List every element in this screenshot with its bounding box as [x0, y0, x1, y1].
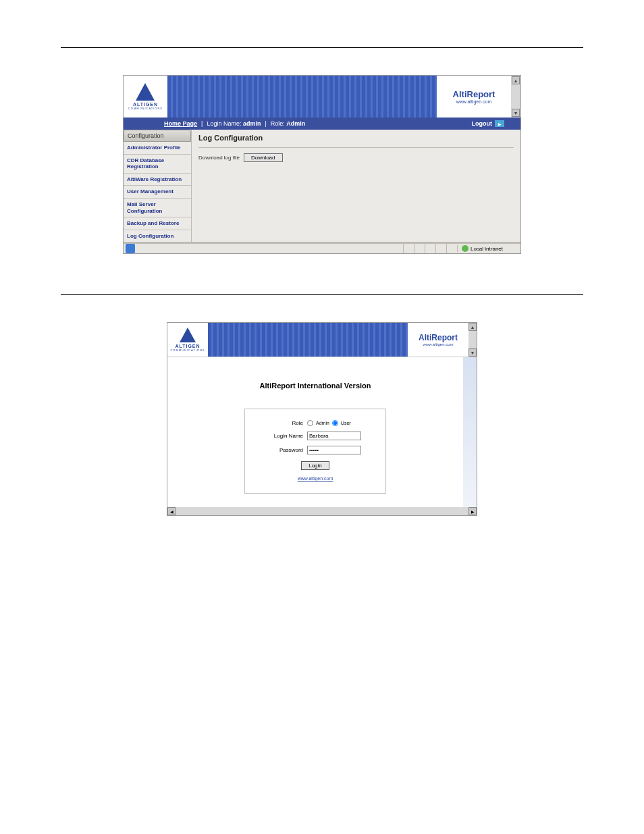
vertical-scrollbar[interactable]: ▲ ▼ [468, 323, 477, 357]
divider [61, 294, 583, 295]
logo-triangle-icon [180, 328, 196, 342]
logo-text: ALTIGEN [133, 102, 158, 107]
sidebar-tab[interactable]: Configuration [124, 130, 191, 142]
app-title: AltiReport [453, 89, 495, 99]
app-banner: ALTIGEN COMMUNICATIONS AltiReport www.al… [124, 76, 520, 118]
scroll-up-icon[interactable]: ▲ [512, 76, 520, 84]
figure-log-configuration: ALTIGEN COMMUNICATIONS AltiReport www.al… [61, 75, 583, 254]
figure-user-login: ALTIGEN COMMUNICATIONS AltiReport www.al… [61, 322, 583, 516]
sidebar-item-cdr-db[interactable]: CDR Database Registration [124, 155, 191, 174]
app-title-url: www.altigen.com [423, 342, 453, 346]
login-name-label: Login Name: [207, 120, 241, 127]
download-button[interactable]: Download [244, 153, 283, 162]
download-label: Download log file [198, 155, 240, 161]
banner-pattern [208, 323, 408, 357]
app-title-block: AltiReport www.altigen.com [408, 323, 468, 357]
password-input[interactable] [307, 446, 361, 454]
main-panel: Log Configuration Download log file Down… [191, 130, 520, 242]
role-field-label: Role [256, 420, 303, 426]
logout-go-icon[interactable]: ▶ [495, 120, 504, 127]
app-title-block: AltiReport www.altigen.com [437, 76, 511, 118]
role-admin-label: Admin [316, 421, 329, 425]
login-form: Role Admin User Login Name Password [244, 409, 386, 494]
logo-subtext: COMMUNICATIONS [128, 107, 163, 110]
screenshot-user-login: ALTIGEN COMMUNICATIONS AltiReport www.al… [167, 322, 477, 516]
sidebar-item-altiware-reg[interactable]: AltiWare Registration [124, 174, 191, 186]
altigen-logo: ALTIGEN COMMUNICATIONS [167, 323, 208, 357]
role-label: Role: [271, 120, 285, 127]
role-user-label: User [341, 421, 351, 425]
scroll-down-icon[interactable]: ▼ [512, 109, 520, 117]
sidebar-item-admin-profile[interactable]: Administrator Profile [124, 142, 191, 155]
app-title: AltiReport [419, 333, 458, 342]
login-name-input[interactable] [307, 432, 361, 440]
banner-pattern [167, 76, 437, 118]
divider [61, 47, 583, 48]
login-content: AltiReport International Version Role Ad… [167, 357, 463, 507]
app-banner: ALTIGEN COMMUNICATIONS AltiReport www.al… [167, 323, 477, 357]
status-bar: Local intranet [124, 242, 520, 253]
sidebar-item-log-config[interactable]: Log Configuration [124, 230, 191, 243]
role-admin-radio[interactable] [307, 420, 313, 426]
navbar: Home Page | Login Name: admin | Role: Ad… [124, 118, 520, 130]
logo-subtext: COMMUNICATIONS [170, 348, 205, 352]
altigen-logo: ALTIGEN COMMUNICATIONS [124, 76, 167, 118]
sidebar-item-mail-server[interactable]: Mail Server Configuration [124, 199, 191, 217]
login-button[interactable]: Login [301, 461, 329, 470]
scroll-left-icon[interactable]: ◀ [167, 507, 176, 515]
home-link[interactable]: Home Page [164, 120, 197, 127]
altigen-link[interactable]: www.altigen.com [298, 476, 333, 481]
password-field-label: Password [256, 447, 303, 453]
logo-triangle-icon [136, 83, 155, 101]
app-title-url: www.altigen.com [456, 99, 492, 104]
zone-icon [462, 245, 468, 252]
login-name-value: admin [243, 120, 261, 127]
screenshot-log-config: ALTIGEN COMMUNICATIONS AltiReport www.al… [123, 75, 521, 254]
sidebar-item-user-mgmt[interactable]: User Management [124, 186, 191, 199]
logout-link[interactable]: Logout [472, 120, 493, 127]
sidebar: Configuration Administrator Profile CDR … [124, 130, 191, 242]
panel-heading: Log Configuration [198, 134, 514, 142]
role-value: Admin [286, 120, 305, 127]
vertical-scrollbar[interactable]: ▲ ▼ [511, 76, 520, 118]
scroll-up-icon[interactable]: ▲ [468, 323, 477, 331]
login-name-field-label: Login Name [256, 433, 303, 439]
scroll-right-icon[interactable]: ▶ [468, 507, 477, 515]
login-heading: AltiReport International Version [181, 382, 450, 390]
scroll-down-icon[interactable]: ▼ [468, 348, 477, 357]
role-user-radio[interactable] [332, 420, 338, 426]
zone-label: Local intranet [471, 246, 503, 252]
sidebar-item-backup-restore[interactable]: Backup and Restore [124, 217, 191, 230]
ie-page-icon [126, 244, 135, 253]
side-gradient [463, 357, 477, 507]
horizontal-scrollbar[interactable]: ◀ ▶ [167, 507, 477, 515]
logo-text: ALTIGEN [175, 344, 200, 348]
